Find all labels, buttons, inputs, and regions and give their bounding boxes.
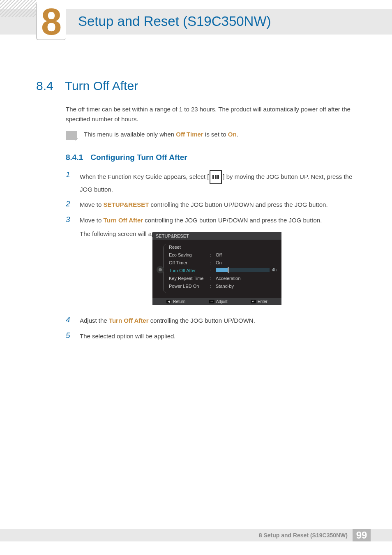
step3-b: controlling the JOG button UP/DOWN and p… [143, 217, 322, 224]
osd-adjust-label: Adjust [216, 299, 228, 304]
corner-hatch [0, 0, 37, 17]
note-prefix: This menu is available only when [84, 131, 176, 138]
osd-colon: : [210, 260, 216, 265]
osd-row-reset: Reset [157, 243, 277, 251]
osd-header: SETUP&RESET [152, 232, 281, 240]
step3-a: Move to [80, 217, 104, 224]
osd-row-turnoff: Turn Off After : 4h [157, 266, 277, 274]
step1-a: When the Function Key Guide appears, sel… [80, 173, 207, 180]
step-text: When the Function Key Guide appears, sel… [80, 170, 356, 194]
step-5: 5 The selected option will be applied. [66, 331, 356, 342]
section-title: Turn Off After [65, 79, 138, 93]
osd-label: Reset [169, 245, 210, 250]
gear-icon [157, 266, 164, 273]
osd-label: Power LED On [169, 284, 210, 289]
osd-value: On [216, 260, 277, 265]
slider-track [216, 268, 270, 272]
return-icon: ◀ [166, 300, 171, 303]
note-suffix: . [237, 131, 238, 138]
step-number: 4 [66, 315, 73, 326]
enter-icon: ↵ [251, 300, 256, 303]
step-number: 1 [66, 170, 73, 194]
step-1: 1 When the Function Key Guide appears, s… [66, 170, 356, 194]
step-number: 3 [66, 215, 73, 239]
step-2: 2 Move to SETUP&RESET controlling the JO… [66, 199, 356, 210]
page-number: 99 [353, 529, 371, 541]
step-number: 2 [66, 199, 73, 210]
osd-return-label: Return [173, 299, 185, 304]
step3-bold: Turn Off After [104, 217, 143, 224]
footer-text: 8 Setup and Reset (S19C350NW) [259, 532, 348, 539]
note-mid: is set to [203, 131, 228, 138]
osd-row-eco: Eco Saving : Off [157, 251, 277, 259]
osd-body: Reset Eco Saving : Off Off Timer : On Tu… [152, 240, 281, 298]
note-icon [66, 131, 77, 140]
step2-a: Move to [80, 201, 104, 208]
section-intro: The off timer can be set within a range … [66, 104, 356, 124]
footer-bar: 8 Setup and Reset (S19C350NW) 99 [0, 529, 392, 541]
osd-value: Stand-by [216, 284, 277, 289]
osd-footer: ◀Return ↔Adjust ↵Enter [152, 298, 281, 305]
chapter-title: Setup and Reset (S19C350NW) [78, 14, 271, 29]
osd-enter-label: Enter [258, 299, 267, 304]
osd-value: 4h [216, 268, 277, 273]
menu-icon [210, 170, 222, 184]
osd-value: Acceleration [216, 276, 277, 281]
step2-b: controlling the JOG button UP/DOWN and p… [149, 201, 327, 208]
section-number: 8.4 [36, 79, 53, 93]
osd-row-offtimer: Off Timer : On [157, 259, 277, 266]
osd-screenshot: SETUP&RESET Reset Eco Saving : Off Off T… [152, 232, 281, 305]
osd-value: Off [216, 252, 277, 257]
osd-enter: ↵Enter [251, 299, 267, 304]
note-bold2: On [228, 131, 237, 138]
step-text: Adjust the Turn Off After controlling th… [80, 315, 255, 326]
note-text: This menu is available only when Off Tim… [84, 131, 238, 138]
subsection-heading: 8.4.1 Configuring Turn Off After [66, 153, 187, 162]
step-text: The selected option will be applied. [80, 331, 175, 342]
osd-label: Eco Saving [169, 252, 210, 257]
steps-after: 4 Adjust the Turn Off After controlling … [66, 315, 356, 346]
chapter-badge: 8 [36, 4, 66, 40]
step-number: 5 [66, 331, 73, 342]
osd-colon: : [210, 284, 216, 289]
adjust-icon: ↔ [209, 300, 214, 303]
osd-slider: 4h [216, 268, 277, 272]
section-heading: 8.4 Turn Off After [36, 79, 138, 93]
subsection-number: 8.4.1 [66, 153, 83, 162]
osd-return: ◀Return [166, 299, 185, 304]
osd-colon: : [210, 252, 216, 257]
osd-colon: : [210, 268, 216, 273]
note-bold1: Off Timer [176, 131, 203, 138]
slider-text: 4h [272, 268, 277, 272]
chapter-number: 8 [41, 3, 62, 40]
osd-label: Turn Off After [169, 268, 210, 273]
step-text: Move to SETUP&RESET controlling the JOG … [80, 199, 328, 210]
osd-row-powerled: Power LED On : Stand-by [157, 282, 277, 290]
osd-label: Key Repeat Time [169, 276, 210, 281]
osd-row-keyrepeat: Key Repeat Time : Acceleration [157, 274, 277, 282]
step4-b: controlling the JOG button UP/DOWN. [149, 317, 255, 324]
slider-handle [228, 267, 229, 273]
step2-bold: SETUP&RESET [104, 201, 149, 208]
step4-bold: Turn Off After [109, 317, 149, 324]
osd-colon: : [210, 276, 216, 281]
step-4: 4 Adjust the Turn Off After controlling … [66, 315, 356, 326]
note: This menu is available only when Off Tim… [66, 131, 356, 140]
subsection-title: Configuring Turn Off After [90, 153, 187, 162]
osd-label: Off Timer [169, 260, 210, 265]
step4-a: Adjust the [80, 317, 109, 324]
osd-adjust: ↔Adjust [209, 299, 228, 304]
